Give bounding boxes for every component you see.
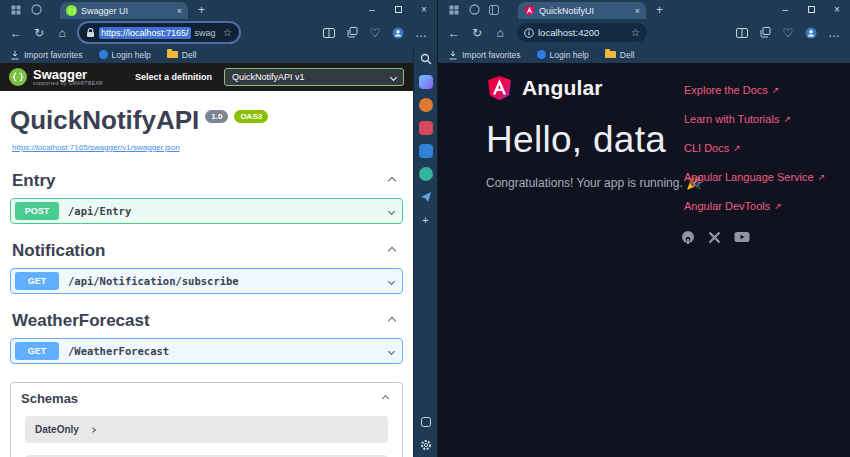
address-bar[interactable]: localhost:4200 ☆ — [517, 23, 647, 42]
chevron-up-icon — [388, 317, 396, 325]
chevron-down-icon — [390, 73, 397, 80]
tab-close-icon[interactable]: × — [177, 6, 182, 16]
sidebar-add-icon[interactable]: + — [419, 213, 433, 227]
schemas-header[interactable]: Schemas — [11, 383, 402, 416]
close-button[interactable]: × — [411, 0, 437, 19]
import-favorites-button[interactable]: Import favorites — [10, 50, 83, 60]
titlebar: QuickNotifyUI × + – × — [438, 0, 850, 19]
refresh-icon[interactable]: ↻ — [29, 23, 49, 43]
collections-icon[interactable] — [755, 23, 775, 43]
definition-select[interactable]: QuickNotifyAPI v1 — [224, 68, 404, 86]
collections-icon[interactable] — [342, 23, 362, 43]
favorite-folder-dell[interactable]: Dell — [167, 50, 197, 60]
chevron-down-icon — [388, 207, 395, 214]
browser-window-swagger: Swagger UI × + – × ← ↻ ⌂ https://localho… — [0, 0, 437, 457]
operation-get-weatherforecast[interactable]: GET /WeatherForecast — [10, 338, 403, 364]
drop-icon[interactable] — [419, 190, 433, 204]
angular-app-page: Angular Hello, data Congratulations! You… — [438, 63, 850, 457]
close-button[interactable]: × — [824, 0, 850, 19]
split-screen-icon[interactable] — [319, 23, 339, 43]
favorite-login-help[interactable]: Login help — [99, 50, 151, 60]
maximize-button[interactable] — [798, 0, 824, 19]
window-controls: – × — [772, 0, 850, 19]
spec-url-link[interactable]: https://localhost:7165/swagger/v1/swagge… — [12, 143, 180, 152]
model-name: DateOnly — [35, 424, 79, 435]
operation-post-entry[interactable]: POST /api/Entry — [10, 198, 403, 224]
youtube-icon[interactable] — [734, 231, 750, 243]
link-devtools[interactable]: Angular DevTools ↗ — [684, 200, 825, 212]
minimize-button[interactable]: – — [772, 0, 798, 19]
x-twitter-icon[interactable] — [708, 231, 721, 244]
import-favorites-label: Import favorites — [24, 50, 83, 60]
customize-sidebar-icon[interactable] — [419, 415, 433, 429]
browser-essentials-icon[interactable]: ♡ — [778, 23, 798, 43]
section-header-entry[interactable]: Entry — [12, 171, 401, 191]
split-screen-icon[interactable] — [732, 23, 752, 43]
settings-gear-icon[interactable] — [419, 438, 433, 452]
back-icon[interactable]: ← — [6, 23, 26, 43]
tab-swagger-ui[interactable]: Swagger UI × — [60, 2, 188, 19]
back-icon[interactable]: ← — [444, 23, 464, 43]
link-label: Explore the Docs — [684, 84, 768, 96]
address-bar[interactable]: https://localhost:7165/ swag ☆ — [79, 23, 239, 42]
github-icon[interactable] — [681, 230, 695, 244]
new-tab-button[interactable]: + — [198, 3, 205, 17]
tab-close-icon[interactable]: × — [635, 6, 640, 16]
page-heading: Hello, data — [486, 119, 701, 161]
copilot-icon[interactable] — [419, 75, 433, 89]
minimize-button[interactable]: – — [359, 0, 385, 19]
shopping-icon[interactable] — [419, 98, 433, 112]
m365-apps-icon[interactable] — [419, 121, 433, 135]
chevron-up-icon — [388, 177, 396, 185]
link-language-service[interactable]: Angular Language Service ↗ — [684, 171, 825, 183]
sidebar-search-icon[interactable] — [419, 52, 433, 66]
favorite-login-help[interactable]: Login help — [537, 50, 589, 60]
chevron-down-icon — [388, 277, 395, 284]
home-icon[interactable]: ⌂ — [52, 23, 72, 43]
link-label: CLI Docs — [684, 142, 729, 154]
refresh-icon[interactable]: ↻ — [467, 23, 487, 43]
workspaces-icon[interactable] — [464, 2, 484, 18]
section-header-weatherforecast[interactable]: WeatherForecast — [12, 311, 401, 331]
import-favorites-button[interactable]: Import favorites — [448, 50, 521, 60]
more-menu-icon[interactable]: … — [411, 23, 431, 43]
section-title: WeatherForecast — [12, 311, 150, 331]
swagger-page: Swagger supported by SMARTBEAR Select a … — [0, 63, 413, 457]
tab-actions-icon[interactable] — [6, 2, 26, 18]
favorite-folder-dell[interactable]: Dell — [605, 50, 635, 60]
external-link-icon: ↗ — [733, 143, 741, 153]
model-dateonly[interactable]: DateOnly — [25, 416, 388, 443]
chevron-up-icon — [382, 395, 389, 402]
workspaces-icon[interactable] — [26, 2, 46, 18]
home-icon[interactable]: ⌂ — [490, 23, 510, 43]
games-icon[interactable] — [419, 167, 433, 181]
operation-get-notification-subscribe[interactable]: GET /api/Notification/subscribe — [10, 268, 403, 294]
maximize-button[interactable] — [385, 0, 411, 19]
tab-actions-icon[interactable] — [444, 2, 464, 18]
link-explore-docs[interactable]: Explore the Docs ↗ — [684, 84, 825, 96]
swagger-favicon-icon — [66, 5, 77, 16]
bookmark-star-icon[interactable]: ☆ — [223, 27, 232, 38]
tab-quicknotifyui[interactable]: QuickNotifyUI × — [518, 2, 646, 19]
method-badge: GET — [15, 272, 59, 290]
operation-path: /WeatherForecast — [68, 345, 389, 357]
more-menu-icon[interactable]: … — [824, 23, 844, 43]
new-tab-button[interactable]: + — [656, 3, 663, 17]
outlook-icon[interactable] — [419, 144, 433, 158]
import-icon — [448, 50, 458, 60]
link-cli-docs[interactable]: CLI Docs ↗ — [684, 142, 825, 154]
section-header-notification[interactable]: Notification — [12, 241, 401, 261]
login-help-label: Login help — [112, 50, 151, 60]
vertical-tabs-icon[interactable] — [484, 2, 504, 18]
profile-avatar[interactable] — [801, 23, 821, 43]
link-learn-tutorials[interactable]: Learn with Tutorials ↗ — [684, 113, 825, 125]
bookmark-star-icon[interactable]: ☆ — [631, 27, 640, 38]
dell-folder-label: Dell — [182, 50, 197, 60]
schemas-title: Schemas — [21, 391, 78, 406]
profile-avatar[interactable] — [388, 23, 408, 43]
browser-essentials-icon[interactable]: ♡ — [365, 23, 385, 43]
login-help-favicon-icon — [99, 50, 108, 59]
oas-badge: OAS3 — [234, 110, 268, 123]
swagger-topbar: Swagger supported by SMARTBEAR Select a … — [0, 63, 413, 91]
schemas-section: Schemas DateOnly DayOfWeek WeatherForeca… — [10, 382, 403, 457]
